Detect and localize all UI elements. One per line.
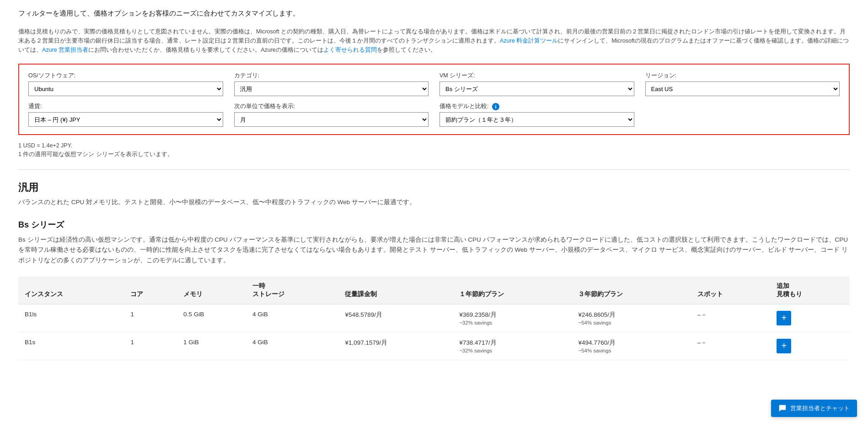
one-year-savings-b1s: ~32% savings [459,348,565,353]
region-label: リージョン: [645,72,840,80]
currency-select[interactable]: 日本 – 円 (¥) JPY 米国 – ドル ($) USD [28,112,223,127]
col-quote: 追加見積もり [770,276,850,304]
cell-cores-b1ls: 1 [124,304,177,332]
series-title: Bs シリーズ [18,219,850,230]
table-row: B1s 1 1 GiB 4 GiB ¥1,097.1579/月 ¥738.471… [18,332,850,360]
cell-one-year-b1ls: ¥369.2358/月 ~32% savings [453,304,572,332]
cell-memory-b1ls: 0.5 GiB [177,304,246,332]
os-select[interactable]: Ubuntu Windows Red Hat Enterprise Linux … [28,81,223,96]
one-year-savings-b1ls: ~32% savings [459,320,565,325]
region-select[interactable]: East US West US Japan East Japan West So… [645,81,840,96]
vm-series-select[interactable]: Bs シリーズ Ds シリーズ Fsv2 シリーズ [439,81,634,96]
filter-row-1: OS/ソフトウェア: Ubuntu Windows Red Hat Enterp… [28,72,840,96]
col-payg: 従量課金制 [338,276,453,304]
category-title: 汎用 [18,181,850,195]
result-info: 1 件の適用可能な仮想マシン シリーズを表示しています。 [18,151,850,158]
unit-filter-group: 次の単位で価格を表示: 月 時間 [234,103,429,127]
pricing-model-select[interactable]: 節約プラン（１年と３年） 従量課金制 スポット [439,112,634,127]
add-quote-b1s-button[interactable]: + [777,339,791,353]
filter-row-2: 通貨: 日本 – 円 (¥) JPY 米国 – ドル ($) USD 次の単位で… [28,103,840,127]
region-filter-group: リージョン: East US West US Japan East Japan … [645,72,840,96]
cell-spot-b1s: –－ [691,332,771,360]
category-desc: バランスのとれた CPU 対メモリ比。テストと開発、小〜中規模のデータベース、低… [18,198,850,206]
pricing-table: インスタンス コア メモリ 一時ストレージ 従量課金制 １年節約プラン ３年節約… [18,276,850,360]
cell-spot-b1ls: –－ [691,304,771,332]
cell-instance-b1s: B1s [18,332,124,360]
pricing-model-filter-group: 価格モデルと比較: i 節約プラン（１年と３年） 従量課金制 スポット [439,103,634,127]
azure-sales-link[interactable]: Azure 営業担当者 [42,47,88,53]
disclaimer-text: 価格は見積もりのみで、実際の価格見積もりとして意図されていません。実際の価格は、… [18,28,849,53]
cell-payg-b1ls: ¥548.5789/月 [338,304,453,332]
pricing-model-info-icon[interactable]: i [492,103,499,110]
cell-quote-b1s[interactable]: + [770,332,850,360]
series-desc: Bs シリーズは経済性の高い仮想マシンです。通常は低から中程度の CPU パフォ… [18,235,850,265]
section-divider [18,169,850,170]
currency-filter-group: 通貨: 日本 – 円 (¥) JPY 米国 – ドル ($) USD [28,103,223,127]
col-storage: 一時ストレージ [246,276,338,304]
cell-three-year-b1s: ¥494.7760/月 ~54% savings [572,332,691,360]
col-spot: スポット [691,276,771,304]
os-label: OS/ソフトウェア: [28,72,223,80]
cell-storage-b1s: 4 GiB [246,332,338,360]
cell-three-year-b1ls: ¥246.8605/月 ~54% savings [572,304,691,332]
disclaimer-block: 価格は見積もりのみで、実際の価格見積もりとして意図されていません。実際の価格は、… [18,27,850,54]
faq-link[interactable]: よく寄せられる質問 [323,47,377,53]
cell-instance-b1ls: B1ls [18,304,124,332]
vm-series-filter-group: VM シリーズ: Bs シリーズ Ds シリーズ Fsv2 シリーズ [439,72,634,96]
table-row: B1ls 1 0.5 GiB 4 GiB ¥548.5789/月 ¥369.23… [18,304,850,332]
cell-cores-b1s: 1 [124,332,177,360]
three-year-savings-b1ls: ~54% savings [578,320,684,325]
os-filter-group: OS/ソフトウェア: Ubuntu Windows Red Hat Enterp… [28,72,223,96]
table-header-row: インスタンス コア メモリ 一時ストレージ 従量課金制 １年節約プラン ３年節約… [18,276,850,304]
cell-storage-b1ls: 4 GiB [246,304,338,332]
category-label: カテゴリ: [234,72,429,80]
pricing-model-label: 価格モデルと比較: i [439,103,634,110]
cell-one-year-b1s: ¥738.4717/月 ~32% savings [453,332,572,360]
three-year-savings-b1s: ~54% savings [578,348,684,353]
add-quote-b1ls-button[interactable]: + [777,311,791,325]
cell-payg-b1s: ¥1,097.1579/月 [338,332,453,360]
category-select[interactable]: 汎用 コンピューティング最適化 メモリ最適化 ストレージ最適化 GPU [234,81,429,96]
col-one-year: １年節約プラン [453,276,572,304]
cell-memory-b1s: 1 GiB [177,332,246,360]
azure-pricing-calculator-link[interactable]: Azure 料金計算ツール [500,38,558,44]
filter-box: OS/ソフトウェア: Ubuntu Windows Red Hat Enterp… [18,64,850,135]
unit-select[interactable]: 月 時間 [234,112,429,127]
col-three-year: ３年節約プラン [572,276,691,304]
currency-label: 通貨: [28,103,223,110]
col-cores: コア [124,276,177,304]
rate-info: 1 USD = 1.4e+2 JPY. [18,142,850,149]
vm-series-label: VM シリーズ: [439,72,634,80]
col-instance: インスタンス [18,276,124,304]
cell-quote-b1ls[interactable]: + [770,304,850,332]
category-filter-group: カテゴリ: 汎用 コンピューティング最適化 メモリ最適化 ストレージ最適化 GP… [234,72,429,96]
unit-label: 次の単位で価格を表示: [234,103,429,110]
page-header-desc: フィルターを適用して、価格オプションをお客様のニーズに合わせてカスタマイズします… [18,9,850,18]
col-memory: メモリ [177,276,246,304]
